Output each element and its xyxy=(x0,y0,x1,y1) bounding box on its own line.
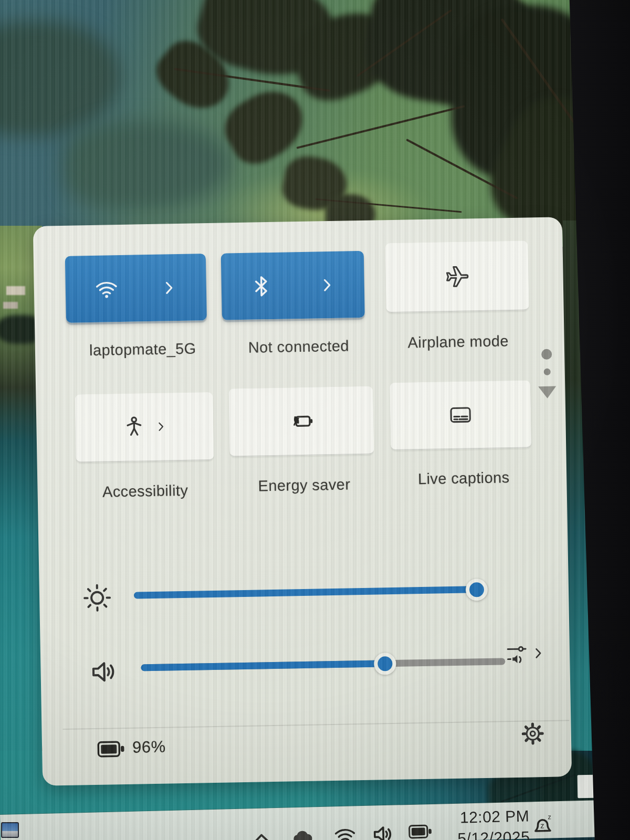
svg-text:z: z xyxy=(540,821,544,830)
tray-speaker-icon[interactable] xyxy=(371,822,396,840)
brightness-slider-thumb[interactable] xyxy=(466,578,488,601)
volume-slider-thumb[interactable] xyxy=(374,652,396,675)
airplane-tile-label: Airplane mode xyxy=(369,332,548,352)
live-captions-tile-label: Live captions xyxy=(374,468,553,489)
page-indicator-dot xyxy=(544,369,551,375)
tray-battery-icon[interactable] xyxy=(408,823,434,840)
clock-time: 12:02 PM xyxy=(435,807,530,827)
energy-saver-tile[interactable] xyxy=(228,386,374,457)
energy-saver-tile-label: Energy saver xyxy=(215,475,394,496)
brightness-slider[interactable] xyxy=(134,586,477,598)
settings-gear-icon[interactable] xyxy=(520,721,545,746)
svg-text:z: z xyxy=(548,813,551,821)
sound-output-icon[interactable] xyxy=(505,643,529,667)
bluetooth-icon xyxy=(249,274,273,298)
battery-percent[interactable]: 96% xyxy=(132,738,166,757)
battery-icon xyxy=(97,739,127,760)
quick-settings-panel: laptopmate_5G Not connected Airplane mod… xyxy=(33,217,572,785)
chevron-right-icon xyxy=(160,279,178,297)
chevron-right-icon xyxy=(154,420,167,433)
chevron-right-icon xyxy=(318,276,337,294)
screen: laptopmate_5G Not connected Airplane mod… xyxy=(0,0,630,840)
page-scroll-down-arrow-icon[interactable] xyxy=(538,386,556,399)
wallpaper xyxy=(0,0,598,247)
bluetooth-tile-label: Not connected xyxy=(209,337,388,357)
airplane-icon xyxy=(443,262,471,290)
brightness-sun-icon xyxy=(81,582,113,614)
live-captions-icon xyxy=(447,403,474,427)
clock-date: 5/12/2025 xyxy=(435,828,530,840)
panel-divider xyxy=(62,720,569,730)
tray-wifi-icon[interactable] xyxy=(333,824,357,840)
live-captions-tile[interactable] xyxy=(390,380,531,450)
bluetooth-tile[interactable] xyxy=(221,251,365,320)
accessibility-tile[interactable] xyxy=(75,392,214,463)
volume-slider[interactable] xyxy=(141,658,505,671)
wifi-icon xyxy=(93,277,119,301)
page-indicator-dot xyxy=(541,349,552,360)
accessibility-tile-label: Accessibility xyxy=(56,481,235,501)
volume-speaker-icon xyxy=(89,656,120,687)
desktop-shortcut-icon[interactable] xyxy=(1,822,19,838)
volume-expand-chevron-icon[interactable] xyxy=(531,646,545,660)
wifi-tile[interactable] xyxy=(65,254,207,323)
wifi-tile-label: laptopmate_5G xyxy=(54,339,233,360)
notification-bell-dnd-icon[interactable]: z z xyxy=(529,811,557,838)
tray-onedrive-cloud-icon[interactable] xyxy=(290,826,315,840)
taskbar-clock[interactable]: 12:02 PM 5/12/2025 xyxy=(435,807,530,840)
screen-edge-glint xyxy=(578,775,596,799)
accessibility-icon xyxy=(122,415,146,439)
energy-saver-icon xyxy=(287,408,316,435)
tray-caret-up-icon[interactable] xyxy=(251,828,272,840)
airplane-mode-tile[interactable] xyxy=(385,240,529,313)
